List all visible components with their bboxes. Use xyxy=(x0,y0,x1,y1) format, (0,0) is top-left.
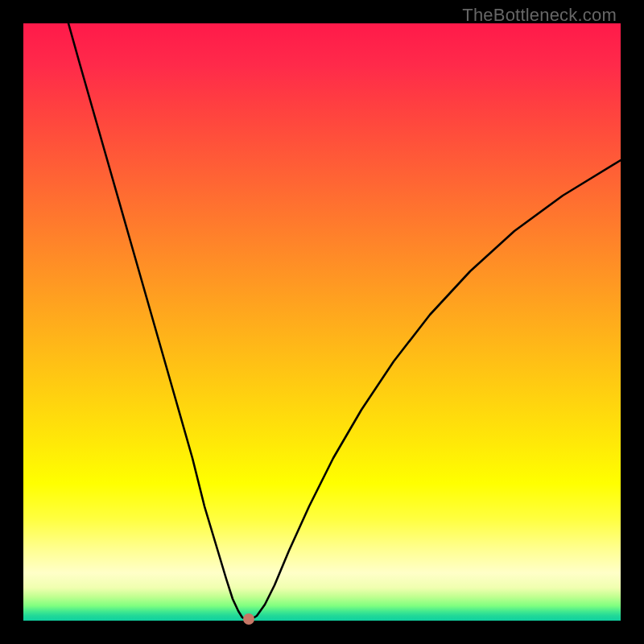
optimal-point-marker xyxy=(243,613,254,625)
plot-area xyxy=(23,23,621,621)
gradient-background xyxy=(23,23,621,621)
watermark-text: TheBottleneck.com xyxy=(462,5,617,26)
chart-container: TheBottleneck.com xyxy=(0,0,644,644)
